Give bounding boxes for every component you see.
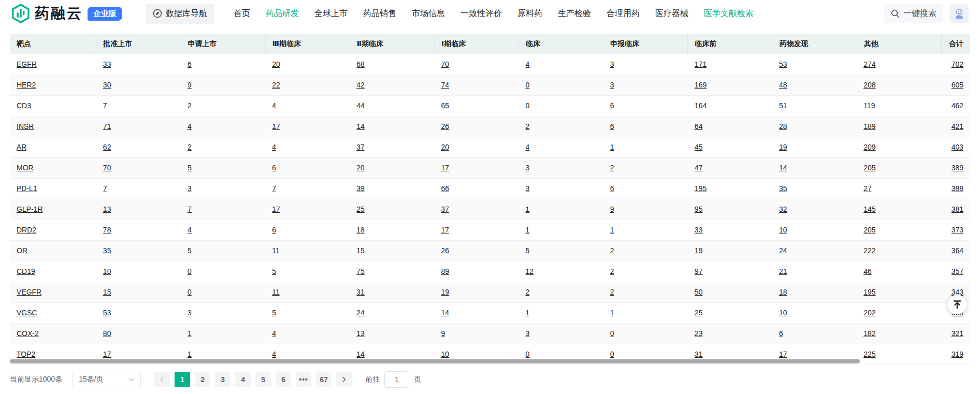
count-link[interactable]: 14 bbox=[356, 122, 365, 130]
count-link[interactable]: 1 bbox=[526, 205, 530, 213]
count-link[interactable]: 68 bbox=[356, 60, 365, 68]
count-link[interactable]: 319 bbox=[952, 350, 963, 358]
target-link[interactable]: HER2 bbox=[17, 81, 36, 89]
count-link[interactable]: 2 bbox=[188, 143, 192, 151]
count-link[interactable]: 2 bbox=[610, 164, 614, 172]
count-link[interactable]: 32 bbox=[779, 205, 787, 213]
count-link[interactable]: 14 bbox=[356, 350, 365, 358]
page-button[interactable]: 4 bbox=[235, 372, 251, 387]
count-link[interactable]: 27 bbox=[863, 184, 872, 193]
count-link[interactable]: 25 bbox=[695, 309, 703, 317]
count-link[interactable]: 195 bbox=[695, 184, 707, 193]
count-link[interactable]: 17 bbox=[272, 205, 280, 213]
user-avatar[interactable] bbox=[949, 4, 969, 23]
count-link[interactable]: 95 bbox=[695, 205, 703, 213]
count-link[interactable]: 5 bbox=[188, 246, 192, 255]
count-link[interactable]: 0 bbox=[610, 350, 614, 358]
count-link[interactable]: 1 bbox=[526, 309, 530, 317]
count-link[interactable]: 53 bbox=[779, 60, 787, 68]
target-link[interactable]: TOP2 bbox=[17, 350, 35, 358]
count-link[interactable]: 4 bbox=[272, 329, 276, 338]
count-link[interactable]: 208 bbox=[863, 81, 875, 89]
count-link[interactable]: 3 bbox=[610, 81, 614, 89]
count-link[interactable]: 66 bbox=[441, 184, 449, 193]
count-link[interactable]: 205 bbox=[863, 226, 875, 234]
count-link[interactable]: 15 bbox=[356, 246, 365, 255]
count-link[interactable]: 2 bbox=[526, 122, 530, 130]
prev-page-button[interactable] bbox=[154, 372, 170, 387]
count-link[interactable]: 462 bbox=[952, 101, 963, 110]
nav-item[interactable]: 全球上市 bbox=[314, 8, 348, 19]
count-link[interactable]: 19 bbox=[695, 246, 703, 255]
count-link[interactable]: 164 bbox=[695, 101, 707, 110]
nav-item[interactable]: 药品研发 bbox=[266, 8, 299, 19]
count-link[interactable]: 189 bbox=[863, 122, 875, 130]
nav-item[interactable]: 首页 bbox=[234, 8, 250, 19]
count-link[interactable]: 7 bbox=[103, 184, 107, 193]
count-link[interactable]: 33 bbox=[695, 226, 703, 234]
count-link[interactable]: 17 bbox=[103, 350, 111, 358]
count-link[interactable]: 1 bbox=[610, 309, 614, 317]
count-link[interactable]: 1 bbox=[188, 350, 192, 358]
target-link[interactable]: CD3 bbox=[17, 101, 31, 110]
count-link[interactable]: 182 bbox=[863, 329, 875, 338]
nav-item[interactable]: 一致性评价 bbox=[460, 8, 502, 19]
count-link[interactable]: 26 bbox=[441, 122, 449, 130]
count-link[interactable]: 35 bbox=[103, 246, 111, 255]
count-link[interactable]: 12 bbox=[526, 267, 534, 275]
count-link[interactable]: 605 bbox=[952, 81, 963, 89]
count-link[interactable]: 31 bbox=[695, 350, 703, 358]
page-button[interactable]: 5 bbox=[255, 372, 271, 387]
page-button[interactable]: 1 bbox=[175, 372, 190, 387]
count-link[interactable]: 23 bbox=[695, 329, 703, 338]
count-link[interactable]: 26 bbox=[441, 246, 449, 255]
count-link[interactable]: 24 bbox=[356, 309, 365, 317]
next-page-button[interactable] bbox=[336, 372, 352, 387]
count-link[interactable]: 89 bbox=[441, 267, 449, 275]
count-link[interactable]: 70 bbox=[441, 60, 449, 68]
count-link[interactable]: 6 bbox=[610, 101, 614, 110]
count-link[interactable]: 31 bbox=[356, 288, 365, 296]
count-link[interactable]: 0 bbox=[526, 81, 530, 89]
count-link[interactable]: 1 bbox=[610, 143, 614, 151]
target-link[interactable]: OR bbox=[17, 246, 27, 255]
count-link[interactable]: 74 bbox=[441, 81, 449, 89]
count-link[interactable]: 6 bbox=[188, 60, 192, 68]
horizontal-scrollbar[interactable] bbox=[10, 359, 860, 363]
page-size-select[interactable]: 15条/页 bbox=[73, 371, 141, 388]
count-link[interactable]: 9 bbox=[610, 205, 614, 213]
count-link[interactable]: 30 bbox=[103, 81, 111, 89]
count-link[interactable]: 11 bbox=[272, 288, 280, 296]
count-link[interactable]: 3 bbox=[610, 60, 614, 68]
count-link[interactable]: 20 bbox=[272, 60, 280, 68]
count-link[interactable]: 44 bbox=[356, 101, 365, 110]
count-link[interactable]: 274 bbox=[863, 60, 875, 68]
count-link[interactable]: 4 bbox=[188, 122, 192, 130]
count-link[interactable]: 6 bbox=[272, 164, 276, 172]
nav-item[interactable]: 原料药 bbox=[517, 8, 542, 19]
count-link[interactable]: 3 bbox=[188, 309, 192, 317]
count-link[interactable]: 5 bbox=[526, 246, 530, 255]
nav-item[interactable]: 生产检验 bbox=[558, 8, 591, 19]
count-link[interactable]: 2 bbox=[526, 288, 530, 296]
count-link[interactable]: 6 bbox=[779, 329, 783, 338]
count-link[interactable]: 80 bbox=[103, 329, 111, 338]
target-link[interactable]: PD-L1 bbox=[17, 184, 37, 193]
count-link[interactable]: 225 bbox=[863, 350, 875, 358]
count-link[interactable]: 7 bbox=[188, 205, 192, 213]
count-link[interactable]: 48 bbox=[779, 81, 787, 89]
count-link[interactable]: 5 bbox=[272, 267, 276, 275]
count-link[interactable]: 364 bbox=[952, 246, 963, 255]
count-link[interactable]: 10 bbox=[779, 226, 787, 234]
count-link[interactable]: 70 bbox=[103, 164, 111, 172]
count-link[interactable]: 0 bbox=[188, 267, 192, 275]
count-link[interactable]: 2 bbox=[188, 101, 192, 110]
count-link[interactable]: 17 bbox=[441, 226, 449, 234]
count-link[interactable]: 4 bbox=[272, 101, 276, 110]
count-link[interactable]: 5 bbox=[188, 164, 192, 172]
count-link[interactable]: 15 bbox=[103, 288, 111, 296]
quick-search-button[interactable]: 一键搜索 bbox=[884, 4, 943, 23]
nav-item[interactable]: 医疗器械 bbox=[655, 8, 688, 19]
count-link[interactable]: 0 bbox=[526, 350, 530, 358]
count-link[interactable]: 3 bbox=[526, 329, 530, 338]
